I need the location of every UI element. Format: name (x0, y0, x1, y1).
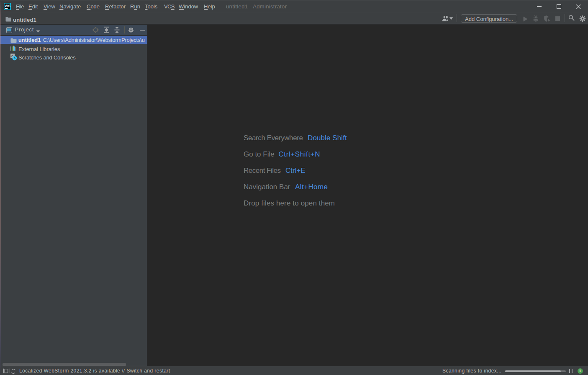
svg-text:WS: WS (5, 4, 10, 8)
